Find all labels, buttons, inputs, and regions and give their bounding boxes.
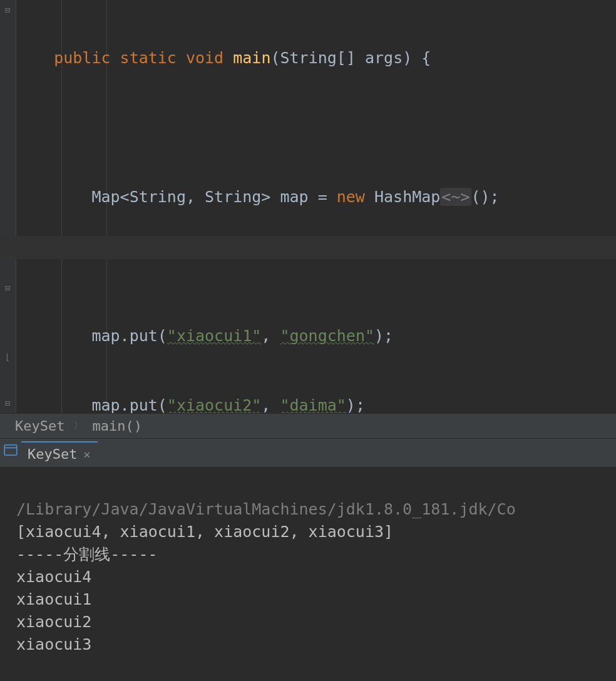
svg-rect-0 xyxy=(4,444,17,454)
breadcrumb-method[interactable]: main() xyxy=(92,418,141,434)
breadcrumb: KeySet 〉 main() xyxy=(0,413,616,438)
string-literal: "xiaocui2" xyxy=(167,396,262,413)
keyword-static: static xyxy=(120,49,177,67)
code-text: , xyxy=(261,396,280,413)
console-command-line: /Library/Java/JavaVirtualMachines/jdk1.8… xyxy=(16,500,516,518)
console-output-line: [xiaocui4, xiaocui1, xiaocui2, xiaocui3] xyxy=(16,523,393,541)
application-icon xyxy=(4,444,18,456)
code-area[interactable]: public static void main(String[] args) {… xyxy=(16,0,616,413)
code-text: map.put( xyxy=(91,327,167,345)
keyword-public: public xyxy=(54,49,110,67)
console-output-line: xiaocui4 xyxy=(16,568,91,586)
breadcrumb-class[interactable]: KeySet xyxy=(15,418,64,434)
code-text: map.put( xyxy=(91,396,167,413)
console-output-line: -----分割线----- xyxy=(16,545,158,563)
gutter: ⊟ ⊟ ⌊ ⊟ xyxy=(0,0,16,413)
chevron-right-icon: 〉 xyxy=(73,419,83,433)
string-literal: "daima" xyxy=(280,396,346,413)
console-output-line: xiaocui3 xyxy=(16,635,91,653)
code-text: HashMap xyxy=(365,188,440,206)
keyword-void: void xyxy=(186,49,223,67)
fold-toggle-icon[interactable]: ⊟ xyxy=(3,283,13,293)
folded-generics[interactable]: <~> xyxy=(440,188,471,206)
fold-toggle-icon[interactable]: ⊟ xyxy=(3,5,13,15)
code-text: , xyxy=(261,327,280,345)
run-console[interactable]: /Library/Java/JavaVirtualMachines/jdk1.8… xyxy=(0,467,616,681)
code-text: ); xyxy=(346,396,365,413)
string-literal: "gongchen" xyxy=(280,327,374,345)
run-tab-label: KeySet xyxy=(28,446,77,462)
code-text: ); xyxy=(374,327,393,345)
method-name: main xyxy=(233,49,270,67)
console-output-line: xiaocui2 xyxy=(16,613,91,631)
fold-toggle-icon[interactable]: ⊟ xyxy=(3,398,13,408)
code-editor[interactable]: ⊟ ⊟ ⌊ ⊟ public static void main(String[]… xyxy=(0,0,616,413)
code-text: (); xyxy=(471,188,500,206)
code-text: Map<String, String> map = xyxy=(91,188,336,206)
fold-end-icon[interactable]: ⌊ xyxy=(3,352,13,362)
keyword-new: new xyxy=(337,188,365,206)
close-icon[interactable]: ✕ xyxy=(83,448,90,461)
console-output-line: xiaocui1 xyxy=(16,590,91,608)
string-literal: "xiaocui1" xyxy=(167,327,262,345)
params: (String[] args) { xyxy=(270,49,431,67)
run-tool-window-tabs: KeySet ✕ xyxy=(0,438,616,467)
run-tab-keyset[interactable]: KeySet ✕ xyxy=(21,441,98,467)
